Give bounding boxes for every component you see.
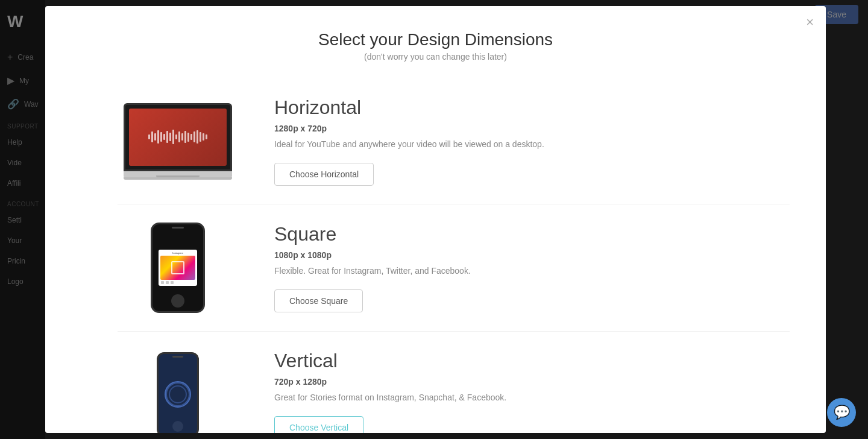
- waveform-bar: [151, 131, 153, 142]
- share-icon: [171, 281, 174, 284]
- dimension-row-square: Instagram Square: [118, 204, 790, 332]
- vertical-description: Great for Stories format on Instagram, S…: [274, 391, 790, 404]
- chat-widget[interactable]: 💬: [827, 398, 856, 427]
- waveform-bar: [154, 133, 156, 141]
- dimension-row-vertical: Vertical 720p x 1280p Great for Stories …: [118, 332, 790, 433]
- waveform: [139, 128, 217, 146]
- phone-vertical-device: [157, 352, 199, 433]
- instagram-label: Instagram: [160, 251, 195, 254]
- laptop-screen: [124, 103, 232, 171]
- modal-subtitle: (don't worry you can change this later): [45, 52, 826, 62]
- waveform-bar: [181, 133, 183, 141]
- waveform-bar: [157, 130, 159, 144]
- modal-header: Select your Design Dimensions (don't wor…: [45, 30, 826, 62]
- waveform-bar: [166, 131, 168, 143]
- square-size: 1080p x 1080p: [274, 250, 790, 260]
- waveform-bar: [190, 134, 192, 140]
- waveform-bar: [172, 130, 174, 144]
- circular-waveform: [165, 381, 191, 408]
- waveform-bar: [163, 134, 165, 140]
- waveform-bar: [169, 133, 171, 141]
- waveform-bar: [197, 130, 198, 144]
- horizontal-device-preview: [118, 103, 238, 180]
- comment-icon: [166, 281, 169, 284]
- choose-horizontal-button[interactable]: Choose Horizontal: [274, 163, 374, 186]
- square-info: Square 1080p x 1080p Flexible. Great for…: [274, 223, 790, 312]
- laptop-screen-inner: [129, 109, 227, 166]
- waveform-bar: [200, 132, 201, 142]
- phone-screen-content: Instagram: [156, 230, 200, 305]
- like-icon: [161, 281, 164, 284]
- chat-icon: 💬: [834, 405, 850, 420]
- modal-title: Select your Design Dimensions: [45, 30, 826, 49]
- instagram-mock: Instagram: [159, 250, 197, 286]
- horizontal-info: Horizontal 1280p x 720p Ideal for YouTub…: [274, 96, 790, 186]
- waveform-bar: [175, 134, 177, 139]
- modal-body: Horizontal 1280p x 720p Ideal for YouTub…: [45, 66, 826, 433]
- design-dimensions-modal: × Select your Design Dimensions (don't w…: [45, 6, 826, 433]
- waveform-bar: [206, 134, 207, 139]
- square-name: Square: [274, 223, 790, 245]
- vertical-screen-content: [161, 359, 195, 430]
- vertical-device-preview: [118, 352, 238, 433]
- square-inner: [171, 261, 184, 274]
- horizontal-description: Ideal for YouTube and anywhere your vide…: [274, 138, 790, 151]
- waveform-bar: [193, 131, 195, 142]
- square-device-preview: Instagram: [118, 223, 238, 313]
- vertical-size: 720p x 1280p: [274, 377, 790, 387]
- waveform-bar: [184, 131, 186, 143]
- waveform-bar: [148, 134, 150, 139]
- dimension-row-horizontal: Horizontal 1280p x 720p Ideal for YouTub…: [118, 78, 790, 204]
- phone-square-device: Instagram: [151, 223, 205, 313]
- instagram-actions: [160, 281, 195, 284]
- vertical-info: Vertical 720p x 1280p Great for Stories …: [274, 350, 790, 433]
- laptop-foot: [124, 177, 232, 180]
- waveform-bar: [187, 133, 189, 142]
- instagram-square-image: [160, 256, 195, 280]
- modal-close-button[interactable]: ×: [806, 16, 814, 29]
- horizontal-name: Horizontal: [274, 96, 790, 119]
- choose-square-button[interactable]: Choose Square: [274, 289, 363, 312]
- square-description: Flexible. Great for Instagram, Twitter, …: [274, 265, 790, 277]
- horizontal-size: 1280p x 720p: [274, 124, 790, 133]
- waveform-bar: [160, 132, 162, 142]
- laptop-base: [124, 171, 232, 177]
- vertical-name: Vertical: [274, 350, 790, 372]
- waveform-bar: [178, 131, 180, 142]
- laptop-device: [124, 103, 232, 180]
- choose-vertical-button[interactable]: Choose Vertical: [274, 416, 363, 433]
- waveform-bar: [203, 133, 204, 141]
